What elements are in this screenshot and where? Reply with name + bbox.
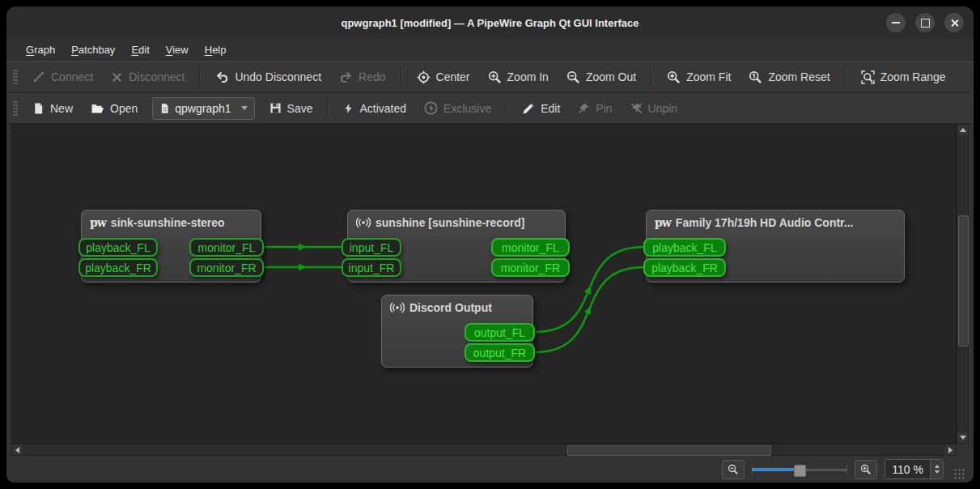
zoom-in-icon: [860, 464, 872, 475]
zoom-slider-fill: [752, 468, 799, 471]
exclusive-label: Exclusive: [443, 102, 491, 115]
save-icon: [269, 102, 282, 114]
zoom-range-button[interactable]: Zoom Range: [853, 65, 954, 89]
zoom-reset-button[interactable]: Zoom Reset: [740, 65, 838, 89]
toolbar-separator: [401, 67, 402, 87]
pencil-icon: [522, 102, 535, 115]
center-label: Center: [436, 70, 470, 83]
graph-view: pw sink-sunshine-stereo sunshine [sunshi…: [11, 124, 969, 456]
redo-label: Redo: [358, 70, 385, 83]
close-button[interactable]: [944, 13, 964, 32]
graph-canvas[interactable]: pw sink-sunshine-stereo sunshine [sunshi…: [11, 124, 957, 444]
maximize-button[interactable]: [915, 13, 935, 32]
zoom-slider[interactable]: [752, 462, 847, 477]
node-header: pw sink-sunshine-stereo: [82, 210, 261, 229]
zoom-out-label: Zoom Out: [586, 70, 636, 83]
unpin-button[interactable]: Unpin: [622, 96, 686, 121]
pin-button[interactable]: Pin: [570, 96, 620, 121]
node-header: pw Family 17h/19h HD Audio Contr...: [647, 210, 904, 229]
zoom-in-label: Zoom In: [507, 70, 549, 83]
stream-icon: [390, 301, 405, 314]
port-playback-fr[interactable]: playback_FR: [78, 258, 158, 277]
disconnect-button[interactable]: Disconnect: [103, 65, 193, 89]
port-output-fl[interactable]: output_FL: [465, 323, 535, 342]
window-title: qpwgraph1 [modified] — A PipeWire Graph …: [341, 17, 638, 29]
minimize-icon: [892, 22, 900, 23]
zoom-fit-button[interactable]: Zoom Fit: [659, 65, 739, 89]
connect-icon: [32, 70, 45, 83]
scroll-right-button[interactable]: [945, 444, 956, 455]
patchbay-toolbar: New Open qpwgraph1 Save Act: [6, 93, 974, 124]
new-button[interactable]: New: [24, 96, 81, 121]
menu-graph[interactable]: Graph: [18, 41, 63, 58]
arrow-up-icon: [960, 128, 966, 132]
center-icon: [417, 70, 431, 84]
zoom-in-button[interactable]: Zoom In: [480, 65, 557, 89]
vertical-scroll-handle[interactable]: [958, 215, 969, 347]
port-playback-fr[interactable]: playback_FR: [643, 258, 726, 277]
undo-disconnect-button[interactable]: Undo Disconnect: [207, 65, 329, 89]
toolbar-drag-handle[interactable]: [13, 100, 18, 117]
zoom-in-icon: [488, 70, 502, 84]
disconnect-label: Disconnect: [129, 70, 185, 83]
undo-icon: [215, 70, 229, 83]
arrow-left-icon: [15, 447, 19, 453]
toolbar-drag-handle[interactable]: [13, 69, 18, 85]
vertical-scrollbar[interactable]: [957, 124, 969, 444]
horizontal-scrollbar[interactable]: [11, 444, 957, 456]
undo-disconnect-label: Undo Disconnect: [235, 70, 321, 83]
disconnect-icon: [111, 71, 123, 83]
new-file-icon: [32, 102, 45, 115]
save-button[interactable]: Save: [261, 96, 321, 121]
patchbay-selector[interactable]: qpwgraph1: [152, 97, 254, 120]
zoom-out-button[interactable]: Zoom Out: [558, 65, 644, 89]
node-title: Family 17h/19h HD Audio Contr...: [676, 216, 854, 229]
port-monitor-fr[interactable]: monitor_FR: [491, 258, 570, 277]
toolbar-separator: [651, 67, 652, 87]
redo-button[interactable]: Redo: [331, 65, 393, 89]
zoom-fit-icon: [667, 70, 681, 84]
scrollbar-corner: [957, 444, 969, 456]
new-label: New: [50, 102, 73, 115]
statusbar-zoom-out-button[interactable]: [722, 460, 745, 479]
zoom-out-icon: [728, 464, 739, 475]
statusbar-zoom-in-button[interactable]: [855, 460, 877, 479]
center-button[interactable]: Center: [409, 65, 478, 89]
port-monitor-fl[interactable]: monitor_FL: [189, 238, 264, 257]
save-label: Save: [287, 102, 313, 115]
port-output-fr[interactable]: output_FR: [465, 343, 535, 362]
zoom-out-icon: [566, 70, 580, 84]
port-playback-fl[interactable]: playback_FL: [643, 238, 726, 257]
activated-button[interactable]: Activated: [335, 96, 414, 121]
zoom-percent-spinbox[interactable]: 110 %: [885, 459, 944, 479]
menu-edit[interactable]: Edit: [123, 41, 157, 58]
port-monitor-fr[interactable]: monitor_FR: [189, 258, 264, 277]
menu-help[interactable]: Help: [197, 41, 235, 58]
open-button[interactable]: Open: [83, 96, 146, 121]
scroll-down-button[interactable]: [957, 432, 968, 443]
edit-label: Edit: [541, 102, 560, 115]
port-input-fr[interactable]: input_FR: [342, 258, 401, 277]
zoom-percent-value: 110 %: [885, 460, 930, 478]
minimize-button[interactable]: [886, 13, 906, 32]
unpin-icon: [630, 102, 643, 114]
connect-label: Connect: [51, 70, 93, 83]
window-controls: [886, 13, 964, 32]
spin-down-icon: [935, 470, 940, 474]
exclusive-button[interactable]: Exclusive: [416, 96, 499, 121]
window-resize-grip[interactable]: [954, 469, 965, 480]
edit-button[interactable]: Edit: [514, 96, 568, 121]
zoom-slider-handle[interactable]: [794, 465, 806, 477]
menu-patchbay[interactable]: Patchbay: [63, 41, 123, 58]
bolt-icon: [343, 102, 354, 115]
scroll-left-button[interactable]: [12, 444, 23, 455]
spin-buttons[interactable]: [930, 460, 943, 478]
horizontal-scroll-handle[interactable]: [567, 445, 771, 456]
port-playback-fl[interactable]: playback_FL: [78, 238, 158, 257]
port-input-fl[interactable]: input_FL: [342, 238, 401, 257]
scroll-up-button[interactable]: [957, 125, 968, 135]
connect-button[interactable]: Connect: [24, 65, 101, 89]
menu-view[interactable]: View: [158, 41, 197, 58]
chevron-down-icon: [241, 106, 248, 110]
port-monitor-fl[interactable]: monitor_FL: [491, 238, 570, 257]
